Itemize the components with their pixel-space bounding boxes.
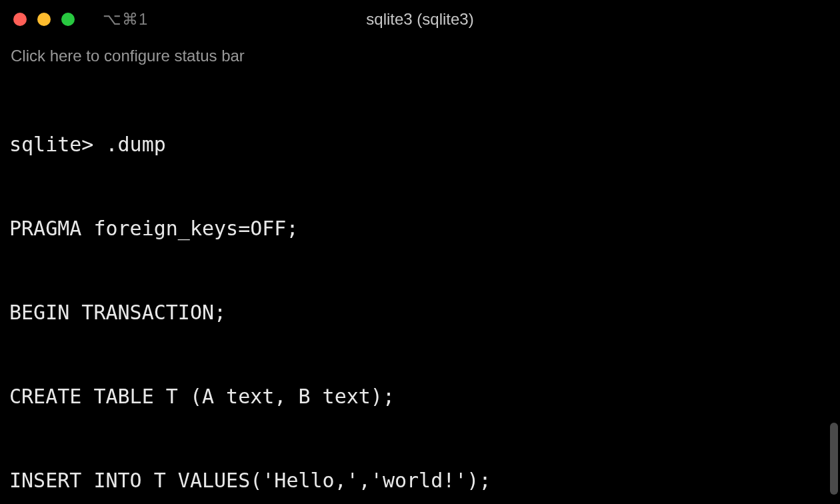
- close-window-button[interactable]: [13, 13, 27, 26]
- window-title: sqlite3 (sqlite3): [366, 10, 473, 29]
- scrollbar-thumb[interactable]: [830, 423, 838, 495]
- terminal-output[interactable]: sqlite> .dump PRAGMA foreign_keys=OFF; B…: [0, 71, 840, 504]
- scrollbar-track[interactable]: [828, 73, 840, 500]
- traffic-lights: [13, 13, 75, 26]
- minimize-window-button[interactable]: [37, 13, 51, 26]
- tab-shortcut-indicator: ⌥⌘1: [103, 10, 148, 29]
- terminal-line: INSERT INTO T VALUES('Hello,','world!');: [9, 467, 831, 495]
- window-titlebar: ⌥⌘1 sqlite3 (sqlite3): [0, 0, 840, 39]
- terminal-line: BEGIN TRANSACTION;: [9, 299, 831, 327]
- terminal-line: sqlite> .dump: [9, 131, 831, 159]
- status-bar-config-link[interactable]: Click here to configure status bar: [0, 39, 840, 71]
- terminal-line: CREATE TABLE T (A text, B text);: [9, 383, 831, 411]
- maximize-window-button[interactable]: [61, 13, 75, 26]
- terminal-line: PRAGMA foreign_keys=OFF;: [9, 215, 831, 243]
